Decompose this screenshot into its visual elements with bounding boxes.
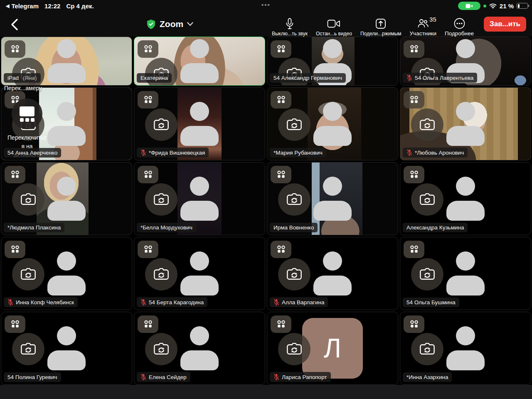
muted-mic-icon	[273, 299, 279, 305]
gallery-view-button[interactable]	[138, 91, 158, 108]
clock: 12:22	[44, 2, 60, 10]
participant-name: *Белла Мордухович	[140, 224, 192, 231]
initial-avatar	[169, 168, 230, 229]
back-triangle-icon: ◀	[6, 4, 9, 8]
participant-tile[interactable]: *Мария Рубанович	[267, 87, 398, 160]
participant-name-pill: Алла Варлагина	[270, 297, 328, 307]
switch-camera-button[interactable]	[411, 183, 443, 216]
active-speaker-view-icon	[12, 99, 42, 129]
participant-tile[interactable]: Алла Варлагина	[267, 237, 398, 310]
back-button[interactable]	[7, 17, 22, 32]
more-icon	[454, 18, 465, 29]
participant-tile[interactable]: Л	[267, 312, 398, 385]
muted-mic-icon	[140, 149, 146, 156]
participant-tile[interactable]: *Инна Азархина	[400, 312, 531, 385]
bottom-bar	[0, 385, 532, 399]
back-to-telegram[interactable]: ◀ Telegram	[6, 2, 39, 10]
mute-audio-button[interactable]: Выклю...ть звук	[272, 18, 308, 37]
participant-name: Екатерина	[140, 75, 168, 81]
participant-tile[interactable]: 54 Полина Гуревич	[1, 312, 132, 385]
gallery-view-button[interactable]	[404, 40, 424, 58]
gallery-view-button[interactable]	[5, 241, 25, 258]
participant-tile[interactable]: 54 Ольга Лаврентьева	[400, 37, 531, 86]
participant-tile[interactable]: Инна Копф Челябинск	[1, 237, 132, 310]
participant-tile[interactable]: Переключитьс я на активного докладчика 5…	[1, 87, 132, 160]
participant-name-pill: *Инна Азархина	[403, 372, 452, 382]
flip-camera-icon	[20, 342, 37, 357]
gallery-view-button[interactable]	[271, 241, 291, 258]
initial-avatar	[302, 243, 363, 304]
gallery-view-button[interactable]	[271, 315, 291, 333]
gallery-view-button[interactable]	[271, 91, 291, 108]
participant-name: *Фрида Вишневецкая	[149, 150, 205, 156]
participant-tile[interactable]: *Белла Мордухович	[134, 162, 265, 235]
switch-camera-button[interactable]	[12, 258, 44, 291]
video-camera-icon	[327, 19, 340, 28]
participant-name: 54 Ольга Бушмина	[406, 299, 456, 305]
gallery-view-button[interactable]	[138, 315, 158, 333]
switch-camera-button[interactable]	[12, 183, 44, 216]
gallery-view-button[interactable]	[404, 91, 424, 108]
participant-tile[interactable]: Ирма Вовненко	[267, 162, 398, 235]
participant-tile[interactable]: *Людмила Плаксина	[1, 162, 132, 235]
gallery-view-button[interactable]	[271, 166, 291, 183]
gallery-view-button[interactable]	[271, 40, 291, 58]
participant-tile[interactable]: *Фрида Вишневецкая	[134, 87, 265, 160]
more-button[interactable]: Подробнее	[445, 17, 474, 37]
flip-camera-icon	[286, 117, 303, 132]
gallery-view-icon	[143, 320, 153, 329]
participant-tile[interactable]: Елена Сейдер	[134, 312, 265, 385]
gallery-view-button[interactable]	[5, 315, 25, 333]
switch-camera-button[interactable]	[145, 333, 177, 365]
participant-tile[interactable]: Екатерина	[134, 37, 265, 86]
switch-camera-button[interactable]	[278, 333, 310, 365]
gallery-view-button[interactable]	[5, 40, 25, 58]
switch-camera-button[interactable]	[411, 333, 443, 365]
muted-mic-icon	[7, 299, 13, 305]
switch-camera-button[interactable]	[145, 258, 177, 291]
switch-camera-button[interactable]	[411, 258, 443, 291]
gallery-view-button[interactable]	[138, 241, 158, 258]
participant-name-pill: Александра Кузьмина	[403, 223, 468, 232]
participant-tile[interactable]: iPad (Яна)	[1, 37, 132, 86]
gallery-view-button[interactable]	[138, 40, 158, 58]
participant-name: Ирма Вовненко	[273, 224, 314, 231]
participant-name: 54 Полина Гуревич	[7, 374, 57, 380]
participant-tile[interactable]: Александра Кузьмина	[400, 162, 531, 235]
switch-camera-button[interactable]	[278, 108, 310, 141]
gallery-view-button[interactable]	[404, 166, 424, 183]
participant-name: 54 Берта Карагодина	[149, 299, 204, 305]
initial-avatar	[302, 168, 363, 229]
switch-camera-button[interactable]	[278, 258, 310, 291]
gallery-view-icon	[276, 320, 286, 329]
participant-name-pill: *Белла Мордухович	[137, 223, 196, 232]
switch-camera-button[interactable]	[411, 108, 443, 141]
gallery-view-button[interactable]	[138, 166, 158, 183]
participant-tile[interactable]: *Любовь Аронович	[400, 87, 531, 160]
share-content-button[interactable]: Подели...ржимым	[360, 18, 401, 37]
gallery-view-button[interactable]	[404, 315, 424, 333]
flip-camera-icon	[419, 342, 436, 357]
gallery-view-button[interactable]	[404, 241, 424, 258]
end-meeting-button[interactable]: Зав...ить	[484, 17, 526, 32]
participant-name-pill: iPad (Яна)	[4, 73, 41, 83]
participant-name-pill: Екатерина	[137, 73, 172, 83]
gallery-view-button[interactable]	[5, 166, 25, 183]
participant-tile[interactable]: 54 Ольга Бушмина	[400, 237, 531, 310]
flip-camera-icon	[153, 267, 170, 282]
switch-camera-button[interactable]	[145, 108, 177, 141]
switch-camera-button[interactable]	[278, 183, 310, 216]
participants-button[interactable]: 35 Участники	[410, 17, 437, 37]
stop-video-button[interactable]: Остан...ь видео	[316, 18, 352, 37]
date: Ср 4 дек.	[66, 2, 94, 10]
meeting-title[interactable]: Zoom	[146, 12, 193, 37]
participant-tile[interactable]: 54 Берта Карагодина	[134, 237, 265, 310]
switch-camera-button[interactable]	[12, 333, 44, 365]
initial-avatar	[36, 318, 97, 379]
participant-tile[interactable]: 54 Александр Германович	[267, 37, 398, 86]
participants-label: Участники	[410, 30, 437, 37]
security-shield-icon	[146, 19, 156, 30]
participant-name-pill: *Людмила Плаксина	[4, 223, 64, 232]
gallery-view-icon	[143, 44, 153, 54]
switch-camera-button[interactable]	[145, 183, 177, 216]
